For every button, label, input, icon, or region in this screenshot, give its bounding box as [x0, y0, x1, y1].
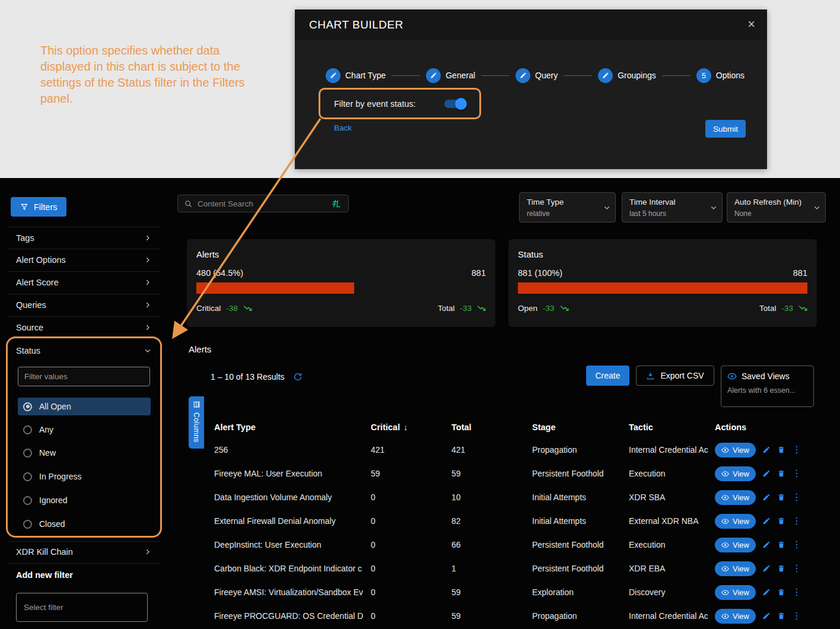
sidebar-item-xdr-kill-chain[interactable]: XDR Kill Chain — [16, 545, 151, 559]
step-number-badge: 5 — [696, 68, 711, 83]
edit-icon[interactable] — [762, 564, 771, 573]
status-option-new[interactable]: New — [18, 444, 151, 462]
submit-button[interactable]: Submit — [705, 120, 746, 138]
trend-down-icon — [243, 305, 252, 312]
total-cell: 59 — [451, 469, 532, 478]
tactic-cell: Execution — [629, 469, 712, 478]
step-options[interactable]: 5 Options — [696, 68, 744, 83]
search-input[interactable] — [198, 199, 326, 208]
status-option-closed[interactable]: Closed — [18, 515, 151, 533]
toggle-label: Filter by event status: — [334, 99, 416, 109]
view-button[interactable]: View — [715, 466, 756, 481]
step-chart-type[interactable]: Chart Type — [326, 68, 386, 83]
sidebar-item-queries[interactable]: Queries — [16, 298, 151, 312]
sidebar-item-status[interactable]: Status — [16, 344, 151, 358]
export-csv-button[interactable]: Export CSV — [636, 366, 714, 386]
time-interval-dropdown[interactable]: Time Interval last 5 hours — [622, 192, 723, 223]
delete-icon[interactable] — [777, 612, 785, 620]
refresh-icon[interactable] — [293, 372, 303, 382]
sidebar-item-tags[interactable]: Tags — [16, 231, 151, 245]
edit-icon[interactable] — [762, 493, 771, 501]
kebab-menu-icon[interactable]: ⋮ — [792, 611, 801, 621]
step-query[interactable]: Query — [516, 68, 558, 83]
column-header-critical[interactable]: Critical ↓ — [371, 422, 451, 432]
column-header-stage[interactable]: Stage — [532, 422, 629, 432]
step-general[interactable]: General — [426, 68, 475, 83]
step-label: Chart Type — [345, 71, 386, 80]
column-header-total[interactable]: Total — [451, 422, 532, 432]
kebab-menu-icon[interactable]: ⋮ — [792, 516, 801, 526]
view-button[interactable]: View — [715, 585, 756, 600]
view-button[interactable]: View — [715, 514, 756, 529]
kebab-menu-icon[interactable]: ⋮ — [792, 445, 801, 455]
table-row: 256 421 421 Propagation Internal Credent… — [214, 438, 831, 462]
card-right-value: 881 — [472, 268, 486, 278]
status-option-in-progress[interactable]: In Progress — [18, 468, 151, 485]
kebab-menu-icon[interactable]: ⋮ — [792, 587, 801, 597]
tactic-cell: Internal Credential Ac — [629, 445, 712, 455]
divider — [8, 339, 160, 339]
edit-icon[interactable] — [762, 446, 771, 454]
step-label: General — [446, 71, 475, 80]
alerts-table: Alert Type Critical ↓ Total Stage Tactic… — [214, 417, 831, 628]
dropdown-label: Time Interval — [629, 198, 707, 207]
actions-cell: View ⋮ — [715, 490, 831, 505]
view-button[interactable]: View — [715, 490, 756, 505]
table-row: Data Ingestion Volume Anomaly 0 10 Initi… — [214, 485, 831, 509]
delete-icon[interactable] — [777, 493, 785, 501]
add-new-filter-label: Add new filter — [16, 570, 73, 580]
saved-views-button[interactable]: Saved Views Alerts with 6 essen... — [721, 366, 814, 407]
create-button[interactable]: Create — [586, 366, 629, 386]
back-link[interactable]: Back — [334, 123, 352, 132]
content-search[interactable] — [177, 195, 349, 212]
step-groupings[interactable]: Groupings — [598, 68, 656, 83]
modal-header: CHART BUILDER — [295, 9, 767, 40]
delete-icon[interactable] — [777, 446, 785, 454]
column-header-alert-type[interactable]: Alert Type — [214, 422, 371, 432]
columns-button[interactable]: Columns — [189, 396, 204, 449]
total-cell: 10 — [451, 493, 532, 502]
time-type-dropdown[interactable]: Time Type relative — [519, 192, 616, 223]
kebab-menu-icon[interactable]: ⋮ — [792, 469, 801, 478]
filter-by-event-status-toggle[interactable] — [444, 100, 464, 108]
sort-descending-icon[interactable]: ↓ — [403, 422, 408, 432]
view-button[interactable]: View — [715, 609, 756, 624]
select-filter-input[interactable] — [16, 593, 148, 622]
alerts-section-title: Alerts — [189, 344, 211, 354]
stage-cell: Exploration — [532, 587, 629, 597]
sidebar-item-alert-options[interactable]: Alert Options — [16, 253, 151, 267]
sidebar-item-source[interactable]: Source — [16, 320, 151, 335]
card-footer-label: Open — [518, 304, 537, 313]
sidebar-item-alert-score[interactable]: Alert Score — [16, 275, 151, 290]
close-icon[interactable]: × — [747, 18, 755, 31]
view-button[interactable]: View — [715, 561, 756, 576]
view-button[interactable]: View — [715, 538, 756, 552]
filter-funnel-icon — [20, 203, 28, 211]
delete-icon[interactable] — [777, 564, 785, 573]
edit-icon[interactable] — [762, 469, 771, 478]
critical-cell: 0 — [371, 587, 451, 597]
column-header-tactic[interactable]: Tactic — [629, 422, 715, 432]
edit-icon[interactable] — [762, 588, 771, 596]
delete-icon[interactable] — [777, 541, 785, 549]
edit-icon[interactable] — [762, 612, 771, 620]
filters-button[interactable]: Filters — [11, 197, 66, 217]
status-option-all-open[interactable]: All Open — [18, 398, 151, 415]
auto-refresh-dropdown[interactable]: Auto Refresh (Min) None — [727, 192, 826, 223]
divider — [8, 271, 160, 272]
stage-cell: Initial Attempts — [532, 516, 629, 526]
eye-icon — [727, 371, 737, 381]
kebab-menu-icon[interactable]: ⋮ — [792, 493, 801, 502]
status-option-ignored[interactable]: Ignored — [18, 491, 151, 509]
view-button[interactable]: View — [715, 443, 756, 458]
query-syntax-icon[interactable] — [330, 199, 342, 208]
edit-icon[interactable] — [762, 541, 771, 549]
filter-values-input[interactable] — [18, 367, 150, 386]
delete-icon[interactable] — [777, 517, 785, 525]
kebab-menu-icon[interactable]: ⋮ — [792, 540, 801, 549]
status-option-any[interactable]: Any — [18, 421, 151, 439]
delete-icon[interactable] — [777, 588, 785, 596]
kebab-menu-icon[interactable]: ⋮ — [792, 564, 801, 573]
edit-icon[interactable] — [762, 517, 771, 525]
delete-icon[interactable] — [777, 469, 785, 478]
